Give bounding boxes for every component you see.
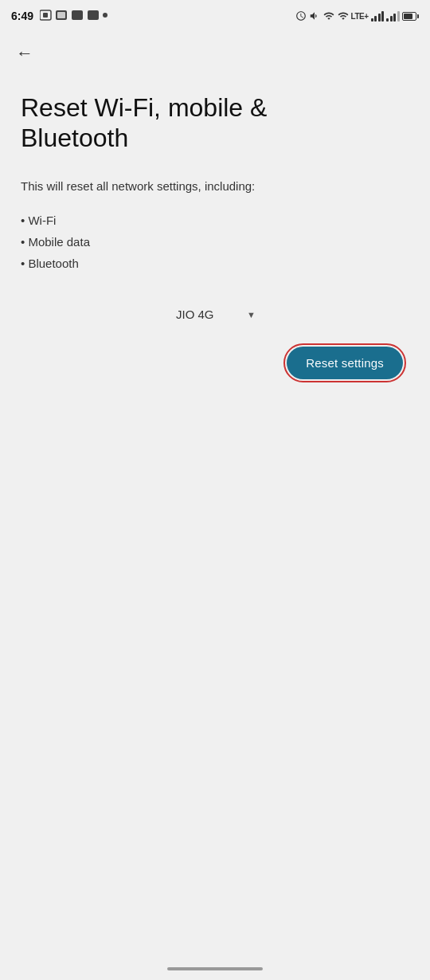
lte-indicator: LTE+: [351, 12, 369, 21]
status-time: 6:49: [11, 10, 33, 22]
svg-rect-3: [57, 12, 65, 18]
status-bar-right: LTE+: [295, 10, 419, 22]
svg-rect-1: [43, 13, 48, 18]
battery-icon: [402, 12, 420, 21]
signal-strength-icon: [371, 10, 385, 22]
network-dropdown[interactable]: JIO 4G Wi-Fi Mobile data: [170, 303, 260, 326]
status-icons: [40, 8, 111, 22]
svg-point-6: [103, 13, 108, 18]
main-content: Reset Wi-Fi, mobile &Bluetooth This will…: [0, 73, 430, 398]
button-row: Reset settings: [21, 343, 409, 382]
status-bar: 6:49: [0, 0, 430, 29]
network-dropdown-row: JIO 4G Wi-Fi Mobile data: [21, 303, 409, 326]
status-bar-left: 6:49: [11, 8, 111, 25]
alarm-icon: [295, 10, 307, 22]
network-dropdown-wrapper[interactable]: JIO 4G Wi-Fi Mobile data: [170, 303, 260, 326]
signal-strength-2-icon: [386, 10, 400, 22]
back-button-area: ←: [0, 29, 430, 73]
data-icon: [322, 10, 335, 22]
page-title: Reset Wi-Fi, mobile &Bluetooth: [21, 92, 409, 154]
back-button[interactable]: ←: [13, 40, 37, 67]
reset-settings-button[interactable]: Reset settings: [287, 347, 403, 379]
reset-button-highlight: Reset settings: [283, 343, 406, 382]
svg-rect-4: [72, 10, 83, 20]
wifi-icon: [338, 10, 349, 22]
settings-list: • Wi-Fi • Mobile data • Bluetooth: [21, 210, 409, 274]
list-item-wifi: • Wi-Fi: [21, 210, 409, 231]
status-dot: [40, 8, 111, 25]
svg-rect-5: [88, 10, 99, 20]
list-item-mobile: • Mobile data: [21, 231, 409, 253]
list-item-bluetooth: • Bluetooth: [21, 253, 409, 274]
description-text: This will reset all network settings, in…: [21, 178, 409, 196]
home-indicator: [167, 967, 263, 970]
volume-icon: [309, 10, 320, 22]
back-arrow-icon: ←: [16, 43, 33, 64]
